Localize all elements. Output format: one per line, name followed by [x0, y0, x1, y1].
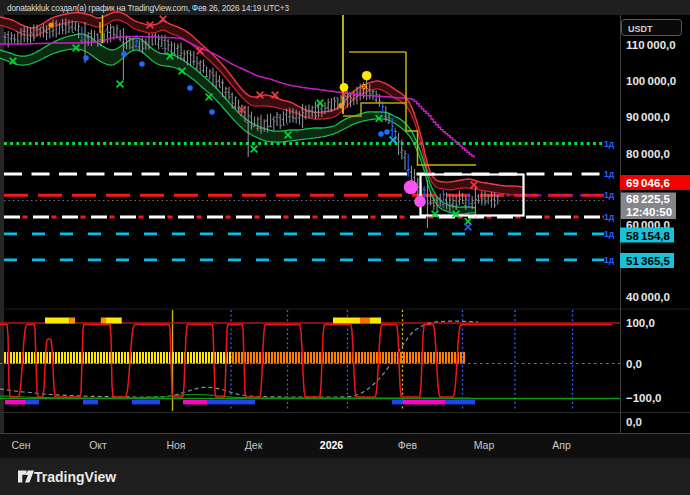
svg-text:100 000,0: 100 000,0 [626, 75, 676, 87]
svg-text:69 046,6: 69 046,6 [626, 177, 670, 189]
svg-text:1д: 1д [604, 212, 615, 222]
svg-text:1д: 1д [604, 229, 615, 239]
svg-text:Окт: Окт [89, 439, 107, 451]
svg-text:0,0: 0,0 [626, 358, 642, 370]
svg-text:Ноя: Ноя [166, 439, 185, 451]
svg-text:USDT: USDT [628, 24, 653, 34]
svg-text:2026: 2026 [320, 439, 344, 451]
svg-text:0,0: 0,0 [626, 416, 642, 428]
svg-text:Дек: Дек [245, 439, 263, 451]
svg-text:Апр: Апр [552, 439, 571, 451]
svg-text:1д: 1д [604, 190, 615, 200]
svg-text:51 365,5: 51 365,5 [626, 255, 670, 267]
svg-text:Мар: Мар [474, 439, 495, 451]
svg-text:1д: 1д [604, 169, 615, 179]
svg-text:Сен: Сен [11, 439, 30, 451]
svg-text:−100,0: −100,0 [626, 392, 662, 404]
svg-text:TradingView: TradingView [34, 469, 116, 485]
svg-text:68 225,5: 68 225,5 [626, 193, 670, 205]
svg-text:58 154,8: 58 154,8 [626, 230, 670, 242]
svg-text:100,0: 100,0 [626, 317, 655, 329]
svg-text:12:40:50: 12:40:50 [626, 206, 672, 218]
svg-text:Фев: Фев [398, 439, 418, 451]
svg-text:1д: 1д [604, 139, 615, 149]
svg-text:80 000,0: 80 000,0 [626, 148, 670, 160]
svg-text:40 000,0: 40 000,0 [626, 291, 670, 303]
svg-text:1д: 1д [604, 255, 615, 265]
svg-text:90 000,0: 90 000,0 [626, 111, 670, 123]
svg-text:donatakkluk создал(а) график н: donatakkluk создал(а) график на TradingV… [7, 3, 289, 13]
svg-text:110 000,0: 110 000,0 [626, 39, 676, 51]
